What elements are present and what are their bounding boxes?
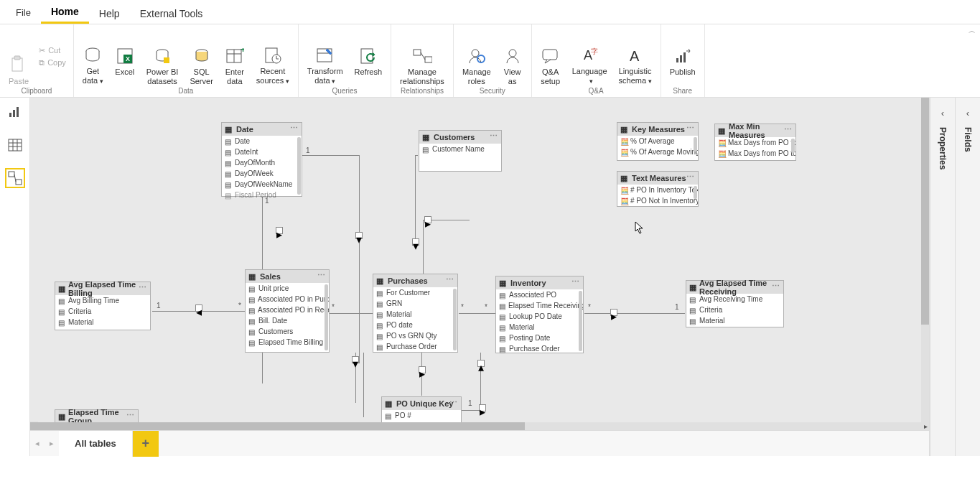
- relationship-line[interactable]: [415, 155, 418, 156]
- column-name[interactable]: Lookup PO Date: [509, 312, 562, 320]
- column-name[interactable]: DateInt: [235, 148, 258, 156]
- table-menu-icon[interactable]: ⋯: [139, 283, 147, 292]
- column-name[interactable]: % Of Average Moving: [630, 148, 698, 156]
- table-scrollbar[interactable]: [791, 139, 795, 153]
- manage-roles-button[interactable]: Manageroles: [457, 27, 497, 86]
- table-menu-icon[interactable]: ⋯: [772, 282, 780, 291]
- table-menu-icon[interactable]: ⋯: [686, 124, 695, 133]
- canvas-vscroll[interactable]: [921, 98, 929, 422]
- column-name[interactable]: Avg Billing Time: [68, 297, 119, 304]
- column-name[interactable]: GRN: [386, 299, 402, 307]
- column-name[interactable]: Material: [509, 323, 535, 331]
- table-inventory[interactable]: ▦Inventory⋯ ▤Associated PO ▤Elapsed Time…: [495, 276, 584, 353]
- column-name[interactable]: Elapsed Time Billing: [258, 338, 323, 346]
- column-name[interactable]: Associated PO: [509, 291, 556, 299]
- column-name[interactable]: Purchase Order: [386, 343, 437, 350]
- relationship-arrow[interactable]: ▴: [477, 360, 485, 367]
- relationship-arrow[interactable]: ▸: [276, 227, 283, 234]
- relationship-line[interactable]: [423, 220, 424, 277]
- relationship-arrow[interactable]: ▸: [424, 216, 431, 223]
- ribbon-collapse-icon[interactable]: ︿: [967, 26, 977, 36]
- view-as-button[interactable]: Viewas: [497, 27, 528, 86]
- column-name[interactable]: Customers: [258, 327, 293, 335]
- column-name[interactable]: PO #: [395, 411, 411, 419]
- tab-next-icon[interactable]: ▸: [45, 439, 59, 448]
- table-menu-icon[interactable]: ⋯: [449, 398, 458, 407]
- relationship-arrow[interactable]: ▾: [412, 238, 419, 246]
- relationship-line[interactable]: [359, 155, 360, 363]
- relationship-arrow[interactable]: ▾: [355, 232, 363, 239]
- table-menu-icon[interactable]: ⋯: [784, 125, 793, 134]
- table-scrollbar[interactable]: [694, 137, 697, 152]
- table-key-measures[interactable]: ▦Key Measures⋯ 🧮% Of Average 🧮% Of Avera…: [617, 122, 699, 161]
- table-menu-icon[interactable]: ⋯: [446, 275, 454, 284]
- powerbi-datasets-button[interactable]: Power BIdatasets: [141, 27, 185, 86]
- column-name[interactable]: Material: [386, 310, 412, 318]
- table-menu-icon[interactable]: ⋯: [126, 411, 135, 420]
- column-name[interactable]: PO vs GRN Qty: [386, 332, 437, 340]
- linguistic-schema-button[interactable]: A Linguisticschema: [613, 27, 658, 86]
- table-date[interactable]: ▦Date⋯ ▤Date ▤DateInt ▤DayOfMonth ▤DayOf…: [221, 122, 302, 197]
- column-name[interactable]: Material: [68, 318, 94, 326]
- column-name[interactable]: Date: [235, 137, 250, 145]
- table-po-unique-key[interactable]: ▦PO Unique Key⋯ ▤PO #: [381, 396, 462, 422]
- relationship-line[interactable]: [363, 353, 364, 417]
- relationship-arrow[interactable]: ▸: [419, 366, 426, 373]
- column-name[interactable]: DayOfWeek: [235, 169, 274, 177]
- relationship-line[interactable]: [415, 155, 416, 241]
- model-view-button[interactable]: [5, 168, 25, 188]
- column-name[interactable]: Bill. Date: [258, 317, 287, 325]
- column-name[interactable]: Posting Date: [509, 334, 550, 342]
- data-view-button[interactable]: [5, 135, 25, 155]
- relationship-arrow[interactable]: ▾: [352, 356, 359, 363]
- column-name[interactable]: Criteria: [699, 306, 722, 314]
- column-name[interactable]: Customer Name: [432, 145, 485, 153]
- table-scrollbar[interactable]: [325, 284, 328, 350]
- table-text-measures[interactable]: ▦Text Measures⋯ 🧮# PO In Inventory Text …: [617, 171, 699, 207]
- column-name[interactable]: PO date: [386, 321, 413, 329]
- report-view-button[interactable]: [5, 102, 25, 122]
- relationship-line[interactable]: [330, 313, 373, 314]
- cut-button[interactable]: ✂Cut: [39, 46, 66, 55]
- table-menu-icon[interactable]: ⋯: [290, 124, 299, 133]
- hscroll-thumb[interactable]: [30, 422, 525, 430]
- vscroll-thumb[interactable]: [921, 98, 929, 325]
- sql-server-button[interactable]: SQLServer: [184, 27, 218, 86]
- table-elapsed-time-group[interactable]: ▦Elapsed Time Group...⋯ ▤Criteria: [55, 409, 139, 422]
- column-name[interactable]: For Customer: [386, 289, 430, 297]
- column-name[interactable]: Material: [699, 317, 725, 325]
- manage-relationships-button[interactable]: Managerelationships: [394, 27, 450, 86]
- tab-all-tables[interactable]: All tables: [59, 431, 133, 457]
- table-scrollbar[interactable]: [297, 137, 301, 195]
- column-name[interactable]: Unit price: [258, 284, 289, 292]
- table-customers[interactable]: ▦Customers⋯ ▤Customer Name: [419, 130, 502, 172]
- relationship-line[interactable]: [459, 313, 496, 314]
- column-name[interactable]: # PO In Inventory Text: [630, 186, 698, 194]
- column-name[interactable]: Fiscal Period: [235, 191, 276, 199]
- menu-help[interactable]: Help: [89, 8, 130, 24]
- canvas-hscroll[interactable]: ◂ ▸: [30, 422, 929, 430]
- menu-file[interactable]: File: [6, 7, 41, 24]
- recent-sources-button[interactable]: Recentsources: [251, 27, 295, 86]
- transform-data-button[interactable]: Transformdata: [302, 27, 349, 86]
- copy-button[interactable]: ⧉Copy: [39, 58, 66, 68]
- get-data-button[interactable]: Getdata: [77, 27, 109, 86]
- column-name[interactable]: % Of Average: [630, 137, 675, 145]
- refresh-button[interactable]: Refresh: [349, 27, 388, 86]
- column-name[interactable]: Associated PO in Receiving: [258, 306, 329, 314]
- table-scrollbar[interactable]: [453, 289, 457, 350]
- menu-external-tools[interactable]: External Tools: [130, 8, 213, 24]
- column-name[interactable]: Criteria: [68, 307, 91, 315]
- table-max-min-measures[interactable]: ▦Max Min Measures⋯ 🧮Max Days from PO to …: [714, 124, 796, 161]
- relationship-line[interactable]: [584, 313, 685, 314]
- properties-panel-toggle[interactable]: ‹ Properties: [930, 98, 955, 456]
- add-layout-button[interactable]: +: [133, 431, 159, 457]
- model-canvas[interactable]: ▸ 1 1 ▾ ▸ ▾ 1 ◂ * * * * * 1 ▸: [30, 98, 929, 422]
- excel-button[interactable]: X Excel: [109, 27, 141, 86]
- column-name[interactable]: # PO Not In Inventory ...: [630, 197, 698, 205]
- relationship-arrow[interactable]: ▸: [479, 404, 486, 411]
- publish-button[interactable]: Publish: [664, 27, 701, 86]
- qa-setup-button[interactable]: Q&Asetup: [535, 27, 566, 86]
- enter-data-button[interactable]: + Enterdata: [219, 27, 251, 86]
- table-avg-receiving[interactable]: ▦Avg Elapsed Time Receiving⋯ ▤Avg Receiv…: [686, 280, 784, 327]
